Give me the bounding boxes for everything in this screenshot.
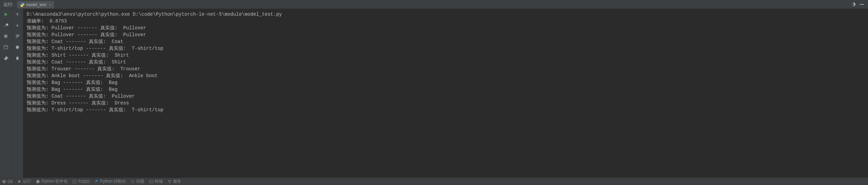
run-panel-header: 运行: model_test × xyxy=(0,0,868,9)
svg-rect-10 xyxy=(150,180,153,183)
console-line: 预测值为: Dress ------- 真实值: Dress xyxy=(27,100,865,106)
svg-rect-7 xyxy=(73,180,76,183)
services-tab[interactable]: 服务 xyxy=(168,179,181,184)
problems-label: 问题 xyxy=(136,179,144,184)
terminal-label: 终端 xyxy=(155,179,163,184)
python-console-tab[interactable]: Python 控制台 xyxy=(95,179,126,184)
console-line: 预测值为: T-shirt/top ------- 真实值: T-shirt/t… xyxy=(27,45,865,52)
problems-tab[interactable]: ! 问题 xyxy=(131,179,144,184)
git-icon xyxy=(2,180,6,184)
main-area: D:\Anaconda3\envs\pytorch\python.exe D:\… xyxy=(0,9,868,177)
svg-rect-2 xyxy=(4,45,8,49)
close-tab-icon[interactable]: × xyxy=(49,3,51,7)
svg-rect-0 xyxy=(860,4,864,5)
console-line: 预测值为: Shirt ------- 真实值: Shirt xyxy=(27,52,865,59)
python-packages-tab[interactable]: Python 软件包 xyxy=(36,179,68,184)
console-line: D:\Anaconda3\envs\pytorch\python.exe D:\… xyxy=(27,11,865,18)
python-console-label: Python 控制台 xyxy=(100,179,126,184)
console-line: 预测值为: Trouser ------- 真实值: Trouser xyxy=(27,66,865,72)
layout-icon[interactable] xyxy=(2,44,9,51)
down-arrow-icon[interactable] xyxy=(14,22,21,29)
console-line: 预测值为: Pullover ------- 真实值: Pullover xyxy=(27,25,865,31)
run-label: 运行: xyxy=(0,1,17,8)
run-tab[interactable]: model_test × xyxy=(17,1,54,9)
console-line: 预测值为: Coat ------- 真实值: Pullover xyxy=(27,93,865,100)
services-label: 服务 xyxy=(173,179,181,184)
wrench-icon[interactable] xyxy=(2,22,9,29)
pin-icon[interactable] xyxy=(2,55,9,61)
python-icon xyxy=(20,2,25,7)
stop-icon[interactable] xyxy=(2,33,9,40)
console-line: 预测值为: Bag ------- 真实值: Bag xyxy=(27,86,865,93)
package-icon xyxy=(36,180,40,184)
console-output[interactable]: D:\Anaconda3\envs\pytorch\python.exe D:\… xyxy=(23,9,868,177)
delete-icon[interactable] xyxy=(14,55,21,61)
svg-rect-5 xyxy=(16,46,18,47)
git-tab[interactable]: Git xyxy=(2,179,13,184)
soft-wrap-icon[interactable] xyxy=(14,33,21,40)
console-line: 预测值为: T-shirt/top ------- 真实值: T-shirt/t… xyxy=(27,106,865,113)
python-console-icon xyxy=(95,180,99,184)
todo-label: TODO xyxy=(78,179,89,184)
settings-icon[interactable] xyxy=(850,2,856,7)
problems-icon: ! xyxy=(131,180,135,184)
git-label: Git xyxy=(8,179,13,184)
console-line: 预测值为: Pullover ------- 真实值: Pullover xyxy=(27,31,865,38)
svg-text:!: ! xyxy=(132,180,133,183)
up-arrow-icon[interactable] xyxy=(14,11,21,18)
console-line: 预测值为: Coat ------- 真实值: Coat xyxy=(27,38,865,45)
run-bottom-label: 运行 xyxy=(23,179,31,184)
todo-tab[interactable]: TODO xyxy=(72,179,89,184)
svg-rect-1 xyxy=(4,35,7,38)
console-line: 预测值为: Coat ------- 真实值: Shirt xyxy=(27,59,865,66)
print-icon[interactable] xyxy=(14,44,21,51)
services-icon xyxy=(168,180,172,184)
console-line: 准确率: 0.8793 xyxy=(27,18,865,25)
terminal-icon xyxy=(149,180,153,184)
run-icon[interactable] xyxy=(2,11,9,18)
left-toolbar xyxy=(0,9,12,177)
svg-rect-4 xyxy=(16,46,19,48)
console-line: 预测值为: Ankle boot ------- 真实值: Ankle boot xyxy=(27,72,865,79)
svg-rect-6 xyxy=(16,48,18,49)
run-tab-bottom[interactable]: 运行 xyxy=(17,179,31,184)
bottom-toolbar: Git 运行 Python 软件包 TODO Python 控制台 ! 问题 xyxy=(0,177,868,185)
tab-label: model_test xyxy=(26,2,46,7)
minimize-icon[interactable] xyxy=(859,2,865,7)
python-packages-label: Python 软件包 xyxy=(41,179,68,184)
second-toolbar xyxy=(12,9,23,177)
terminal-tab[interactable]: 终端 xyxy=(149,179,163,184)
run-bottom-icon xyxy=(17,180,22,184)
todo-icon xyxy=(72,180,76,184)
console-line: 预测值为: Bag ------- 真实值: Bag xyxy=(27,79,865,86)
